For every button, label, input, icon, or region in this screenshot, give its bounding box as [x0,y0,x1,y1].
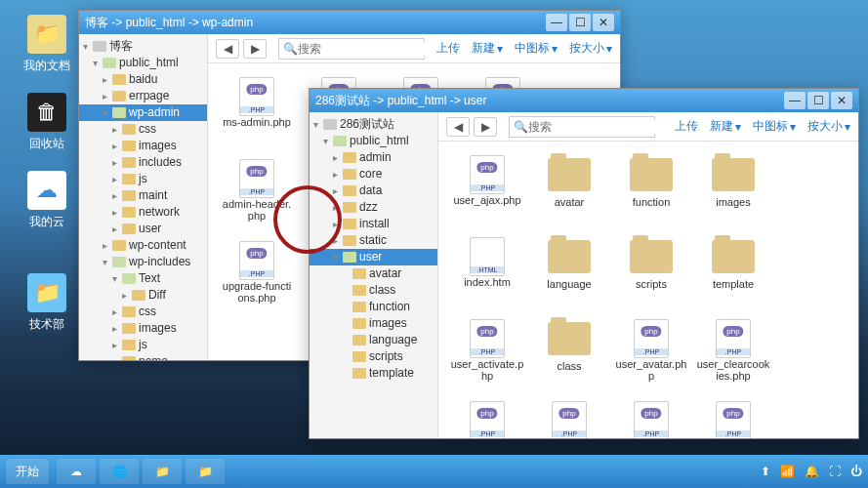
tree-node[interactable]: ▸baidu [79,71,207,88]
tree-node[interactable]: ▸install [310,216,437,232]
network-icon[interactable]: 📶 [780,465,795,478]
file-item[interactable]: user_clearcookies.php [694,315,772,393]
tree-node[interactable]: ▸errpage [79,88,207,104]
tree-node[interactable]: ▸wp-content [79,237,207,254]
file-item[interactable]: template [694,233,772,311]
tree-node[interactable]: ▾Text [79,270,207,287]
file-item[interactable]: admin-header.php [218,155,296,233]
start-button[interactable]: 开始 [6,459,49,484]
tree-node[interactable]: template [310,365,437,382]
close-button[interactable]: ✕ [831,92,852,109]
task-item[interactable]: 📁 [186,459,225,484]
folder-icon [630,158,673,191]
fullscreen-icon[interactable]: ⛶ [829,465,841,478]
upload-link[interactable]: 上传 [675,118,698,135]
tree-root[interactable]: ▾博客 [79,38,207,55]
tree-node[interactable]: images [310,315,437,332]
file-item[interactable]: ms-admin.php [218,73,296,151]
close-button[interactable]: ✕ [593,14,614,31]
file-item[interactable]: language [530,233,608,311]
file-item[interactable]: user_avatar.php [612,315,690,393]
tree-node[interactable]: ▸images [79,320,207,337]
file-item[interactable]: images [694,151,772,229]
tree-node[interactable]: ▸images [79,138,207,154]
task-item[interactable]: 📁 [143,459,182,484]
desktop-icon-documents[interactable]: 📁我的文档 [18,15,76,74]
file-item[interactable]: user_logging.php [530,397,608,438]
tree-node[interactable]: ▸user [79,221,207,237]
tree-node[interactable]: ▾user [310,249,437,265]
folder-tree[interactable]: ▾博客▾public_html▸baidu▸errpage▾wp-admin▸c… [79,34,208,360]
icon-size-link[interactable]: 中图标▾ [753,118,796,135]
tree-node[interactable]: ▾public_html [79,55,207,71]
file-item[interactable]: avatar [530,151,608,229]
file-name: upgrade-functions.php [218,280,296,304]
tree-node[interactable]: ▸data [310,183,437,199]
sort-link[interactable]: 按大小▾ [807,118,850,135]
tree-node[interactable]: ▸js [79,337,207,353]
tree-node[interactable]: ▸static [310,232,437,249]
tree-node[interactable]: language [310,332,437,348]
file-item[interactable]: user_ajax.php [448,151,526,229]
tree-root[interactable]: ▾286测试站 [310,116,437,133]
tree-node[interactable]: ▸css [79,304,207,320]
chevron-down-icon: ▾ [790,120,796,134]
titlebar[interactable]: 博客 -> public_html -> wp-admin — ☐ ✕ [79,11,620,34]
desktop-icon-tech[interactable]: 📁技术部 [18,273,76,333]
forward-button[interactable]: ▶ [243,39,267,59]
desktop-icon-cloud[interactable]: ☁我的云 [18,171,76,230]
tree-node[interactable]: ▸maint [79,187,207,204]
tree-node[interactable]: avatar [310,265,437,282]
tree-node[interactable]: ▸css [79,121,207,138]
titlebar[interactable]: 286测试站 -> public_html -> user — ☐ ✕ [310,89,858,112]
tree-node[interactable]: class [310,282,437,299]
file-item[interactable]: user_activate.php [448,315,526,393]
file-item[interactable]: user_password.php [694,397,772,438]
power-icon[interactable]: ⏻ [850,465,862,478]
folder-tree[interactable]: ▾286测试站▾public_html▸admin▸core▸data▸dzz▸… [310,112,438,438]
file-grid[interactable]: user_ajax.phpavatarfunctionimagesindex.h… [438,142,858,438]
new-link[interactable]: 新建▾ [472,40,503,57]
tree-node[interactable]: scripts [310,348,437,365]
tree-node[interactable]: ▸includes [79,154,207,171]
tree-node[interactable]: function [310,299,437,315]
forward-button[interactable]: ▶ [474,117,497,137]
tree-node[interactable]: ▸dzz [310,199,437,216]
desktop-icon-recycle[interactable]: 🗑回收站 [18,93,76,152]
tree-node[interactable]: ▸admin [310,149,437,166]
desktop-icon-label: 我的云 [18,214,76,230]
bell-icon[interactable]: 🔔 [805,465,819,478]
sort-link[interactable]: 按大小▾ [569,40,612,57]
file-item[interactable]: class [530,315,608,393]
back-button[interactable]: ◀ [446,117,470,137]
minimize-button[interactable]: — [546,14,567,31]
tree-node[interactable]: ▾wp-admin [79,104,207,121]
tree-node[interactable]: ▾wp-includes [79,254,207,270]
file-item[interactable]: user_lostpasswd.php [612,397,690,438]
tray-icon[interactable]: ⬆ [761,465,770,478]
chevron-down-icon: ▾ [845,120,850,134]
file-item[interactable]: upgrade-functions.php [218,237,296,315]
upload-link[interactable]: 上传 [436,40,460,57]
maximize-button[interactable]: ☐ [569,14,591,31]
tree-node[interactable]: ▸js [79,171,207,187]
file-item[interactable]: function [612,151,690,229]
minimize-button[interactable]: — [784,92,806,109]
task-item[interactable]: 🌐 [100,459,139,484]
file-item[interactable]: scripts [612,233,690,311]
back-button[interactable]: ◀ [216,39,239,59]
search-input[interactable] [528,120,675,134]
new-link[interactable]: 新建▾ [710,118,741,135]
tree-node[interactable]: ▾public_html [310,133,437,149]
file-item[interactable]: user_getpasswd.php [448,397,526,438]
tree-node[interactable]: ▸core [310,166,437,183]
tree-node[interactable]: ▸Diff [79,287,207,304]
tree-node[interactable]: ▸pomo [79,353,207,360]
file-item[interactable]: index.htm [448,233,526,311]
taskbar: 开始 ☁ 🌐 📁 📁 ⬆ 📶 🔔 ⛶ ⏻ [0,455,868,488]
task-item[interactable]: ☁ [57,459,96,484]
maximize-button[interactable]: ☐ [807,92,829,109]
search-input[interactable] [298,42,444,56]
icon-size-link[interactable]: 中图标▾ [515,40,558,57]
tree-node[interactable]: ▸network [79,204,207,221]
